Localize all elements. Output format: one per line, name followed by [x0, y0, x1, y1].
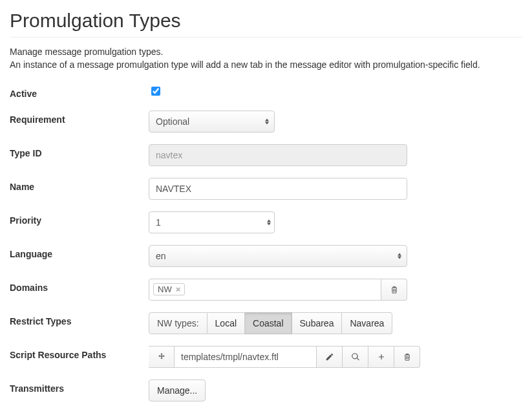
desc-line-2: An instance of a message promulgation ty…: [10, 59, 480, 70]
script-path-value: templates/tmpl/navtex.ftl: [175, 346, 317, 368]
type-id-input: [149, 144, 407, 166]
label-script-paths: Script Resource Paths: [10, 346, 149, 360]
page-description: Manage message promulgation types. An in…: [10, 45, 522, 72]
plus-icon: [377, 352, 386, 361]
domain-tag: NW ×: [153, 283, 185, 295]
add-path-button[interactable]: [368, 346, 394, 368]
label-domains: Domains: [10, 279, 149, 293]
requirement-select[interactable]: Optional: [149, 111, 275, 133]
move-icon: [157, 352, 166, 361]
remove-tag-icon[interactable]: ×: [176, 284, 181, 294]
label-language: Language: [10, 245, 149, 259]
label-type-id: Type ID: [10, 144, 149, 158]
pencil-icon: [325, 352, 334, 361]
restrict-types-group: NW types: Local Coastal Subarea Navarea: [149, 312, 392, 334]
restrict-type-option-local[interactable]: Local: [207, 312, 245, 334]
browse-path-button[interactable]: [343, 346, 368, 368]
delete-path-button[interactable]: [394, 346, 420, 368]
language-select[interactable]: en: [149, 245, 407, 267]
clear-domains-button[interactable]: [381, 279, 407, 301]
restrict-type-option-coastal[interactable]: Coastal: [245, 312, 292, 334]
label-name: Name: [10, 178, 149, 192]
restrict-types-group-label: NW types:: [149, 312, 207, 334]
manage-transmitters-button[interactable]: Manage...: [149, 379, 206, 401]
drag-handle-button[interactable]: [149, 346, 175, 368]
name-input[interactable]: [149, 178, 407, 200]
label-transmitters: Transmitters: [10, 379, 149, 394]
search-icon: [351, 352, 360, 361]
script-path-row: templates/tmpl/navtex.ftl: [149, 346, 420, 368]
domain-tag-label: NW: [158, 284, 172, 294]
language-select-value: en: [156, 251, 166, 261]
restrict-type-option-subarea[interactable]: Subarea: [292, 312, 343, 334]
label-active: Active: [10, 85, 149, 99]
trash-icon: [390, 285, 399, 294]
label-priority: Priority: [10, 211, 149, 226]
priority-input[interactable]: [149, 211, 275, 233]
stepper-icon[interactable]: [267, 219, 271, 225]
chevron-updown-icon: [398, 253, 401, 259]
requirement-select-value: Optional: [156, 116, 189, 127]
trash-icon: [403, 352, 412, 361]
restrict-type-option-navarea[interactable]: Navarea: [342, 312, 392, 334]
edit-path-button[interactable]: [317, 346, 343, 368]
desc-line-1: Manage message promulgation types.: [10, 47, 163, 57]
label-restrict-types: Restrict Types: [10, 312, 149, 326]
page-title: Promulgation Types: [10, 10, 522, 37]
active-checkbox[interactable]: [151, 87, 160, 96]
chevron-updown-icon: [265, 118, 269, 124]
label-requirement: Requirement: [10, 111, 149, 125]
domains-tag-input[interactable]: NW ×: [149, 279, 381, 301]
